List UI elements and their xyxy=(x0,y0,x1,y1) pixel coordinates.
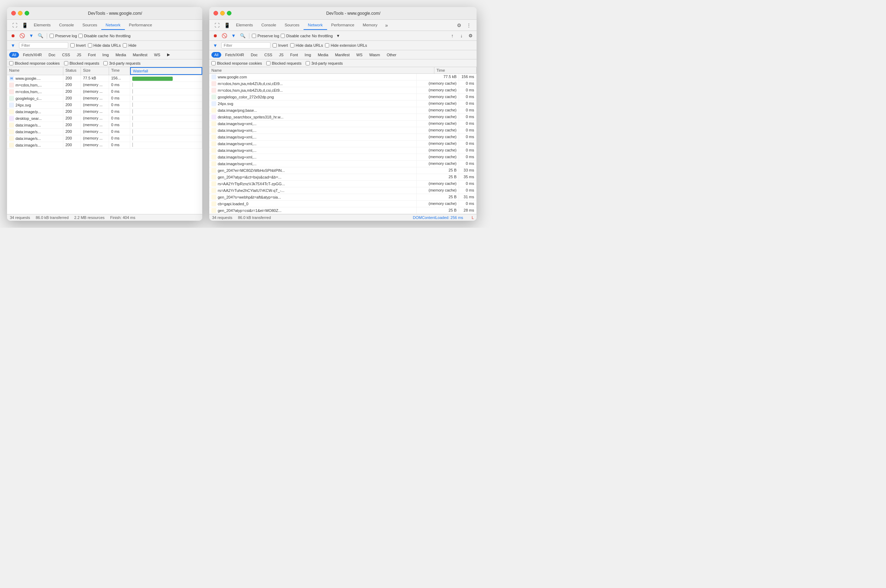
blocked-requests-checkbox1[interactable] xyxy=(64,61,68,65)
type-doc2[interactable]: Doc xyxy=(248,52,261,58)
invert-label2[interactable]: Invert xyxy=(272,43,288,48)
filter-input1[interactable] xyxy=(19,42,68,48)
preserve-log-label2[interactable]: Preserve log xyxy=(252,34,279,38)
third-party-checkbox1[interactable] xyxy=(104,61,108,65)
table-row[interactable]: rs=AA2YrTuhe2hCYlaIU7rKCW-qT_-... (memor… xyxy=(209,188,477,194)
hide-data-urls-label1[interactable]: Hide data URLs xyxy=(88,43,121,48)
type-css2[interactable]: CSS xyxy=(262,52,275,58)
table-row[interactable]: data:image/s... 200 (memory ... 0 ms xyxy=(7,122,202,129)
tab-network1[interactable]: Network xyxy=(101,21,125,30)
type-manifest2[interactable]: Manifest xyxy=(332,52,352,58)
filter-btn1[interactable]: ▼ xyxy=(9,42,17,49)
tab-elements2[interactable]: Elements xyxy=(232,21,257,30)
table-row[interactable]: data:image/svg+xml,... (memory cache) 0 … xyxy=(209,134,477,141)
table-row[interactable]: data:image/svg+xml,... (memory cache) 0 … xyxy=(209,120,477,127)
table-row[interactable]: m=cdos,hsm,jsa,mb4ZUb,d,csi,cEt9... (mem… xyxy=(209,87,477,94)
cursor-icon[interactable]: ⛶ xyxy=(10,20,20,30)
table-row[interactable]: www.google.com 77.5 kB 156 ms xyxy=(209,74,477,81)
table-row[interactable]: gen_204?s=webhp&t=aft&atyp=sia... 25 B 3… xyxy=(209,194,477,201)
tab-console2[interactable]: Console xyxy=(257,21,280,30)
throttle-dropdown-icon[interactable]: ▾ xyxy=(334,32,342,40)
table-row[interactable]: desktop_sear... 200 (memory ... 0 ms xyxy=(7,115,202,122)
type-js1[interactable]: JS xyxy=(74,52,84,58)
tab-network2[interactable]: Network xyxy=(304,21,327,30)
invert-label1[interactable]: Invert xyxy=(70,43,86,48)
type-all2[interactable]: All xyxy=(211,52,221,58)
table-row[interactable]: m=cdos,hsm,jsa,mb4ZUb,d,csi,cEt9... (mem… xyxy=(209,81,477,87)
filter-icon1[interactable]: ▼ xyxy=(27,32,35,40)
filter-btn2[interactable]: ▼ xyxy=(211,42,219,49)
tab-memory2[interactable]: Memory xyxy=(358,21,382,30)
type-doc1[interactable]: Doc xyxy=(46,52,59,58)
blocked-cookies-checkbox2[interactable] xyxy=(211,61,216,65)
hide-data-urls-label2[interactable]: Hide data URLs xyxy=(290,43,323,48)
type-fetch-xhr1[interactable]: Fetch/XHR xyxy=(20,52,45,58)
type-img1[interactable]: Img xyxy=(99,52,111,58)
table-row[interactable]: gen_204?atyp=i&ct=bxjs&cad=&b=... 25 B 3… xyxy=(209,174,477,181)
close-button1[interactable] xyxy=(11,11,16,15)
table-row[interactable]: desktop_searchbox_sprites318_hr.w... (me… xyxy=(209,114,477,120)
type-font1[interactable]: Font xyxy=(85,52,98,58)
type-css1[interactable]: CSS xyxy=(59,52,73,58)
invert-checkbox2[interactable] xyxy=(272,43,277,48)
maximize-button1[interactable] xyxy=(25,11,29,15)
blocked-cookies-checkbox1[interactable] xyxy=(9,61,14,65)
disable-cache-label2[interactable]: Disable cache xyxy=(281,34,311,38)
record-button1[interactable]: ⏺ xyxy=(9,32,17,40)
disable-cache-checkbox1[interactable] xyxy=(78,34,83,38)
hide-ext-label1[interactable]: Hide xyxy=(123,43,137,48)
type-js2[interactable]: JS xyxy=(276,52,286,58)
table-row[interactable]: googlelogo_color_272x92dp.png (memory ca… xyxy=(209,94,477,100)
blocked-requests-label1[interactable]: Blocked requests xyxy=(64,61,99,65)
table-row[interactable]: data:image/svg+xml,... (memory cache) 0 … xyxy=(209,160,477,167)
tab-sources1[interactable]: Sources xyxy=(78,21,101,30)
table-row[interactable]: googlelogo_c... 200 (memory ... 0 ms xyxy=(7,95,202,102)
close-button2[interactable] xyxy=(214,11,218,15)
hide-data-urls-checkbox1[interactable] xyxy=(88,43,92,48)
tab-performance2[interactable]: Performance xyxy=(327,21,359,30)
table-row[interactable]: data:image/svg+xml,... (memory cache) 0 … xyxy=(209,154,477,160)
clear-button1[interactable]: 🚫 xyxy=(18,32,26,40)
upload-icon[interactable]: ↑ xyxy=(448,32,456,40)
table-row[interactable]: cb=gapi.loaded_0 (memory cache) 0 ms xyxy=(209,201,477,207)
device-icon[interactable]: 📱 xyxy=(20,20,30,30)
search-icon1[interactable]: 🔍 xyxy=(36,32,44,40)
more-tabs-icon[interactable]: » xyxy=(382,20,391,30)
type-manifest1[interactable]: Manifest xyxy=(130,52,150,58)
table-row[interactable]: data:image/svg+xml,... (memory cache) 0 … xyxy=(209,127,477,134)
table-row[interactable]: rs=AA2YrTtpRznzVJk75X4TcT-zpGG... (memor… xyxy=(209,181,477,188)
hide-ext-checkbox2[interactable] xyxy=(325,43,329,48)
filter-icon2[interactable]: ▼ xyxy=(230,32,238,40)
filter-input2[interactable] xyxy=(221,42,271,48)
table-row[interactable]: data:image/svg+xml,... (memory cache) 0 … xyxy=(209,141,477,147)
type-ws2[interactable]: WS xyxy=(353,52,366,58)
throttle-select1[interactable]: No throttling xyxy=(110,34,131,38)
table-row[interactable]: data:image/s... 200 (memory ... 0 ms xyxy=(7,129,202,135)
preserve-log-label1[interactable]: Preserve log xyxy=(50,34,77,38)
type-more1[interactable]: ▶ xyxy=(164,52,173,58)
type-media2[interactable]: Media xyxy=(315,52,331,58)
table-row[interactable]: H www.google.... 200 77.5 kB 156... xyxy=(7,75,202,82)
blocked-cookies-label1[interactable]: Blocked response cookies xyxy=(9,61,60,65)
maximize-button2[interactable] xyxy=(227,11,232,15)
table-row[interactable]: data:image/png;base... (memory cache) 0 … xyxy=(209,107,477,114)
table-row[interactable]: gen_204?atyp=csi&r=1&ei=MO80Z... 25 B 28… xyxy=(209,207,477,214)
table-row[interactable]: 24px.svg 200 (memory ... 0 ms xyxy=(7,102,202,109)
hide-ext-label2[interactable]: Hide extension URLs xyxy=(325,43,367,48)
third-party-label1[interactable]: 3rd-party requests xyxy=(104,61,140,65)
type-fetch-xhr2[interactable]: Fetch/XHR xyxy=(222,52,247,58)
hide-data-urls-checkbox2[interactable] xyxy=(290,43,295,48)
blocked-requests-label2[interactable]: Blocked requests xyxy=(266,61,301,65)
more-options-icon[interactable]: ⋮ xyxy=(464,20,474,30)
table-row[interactable]: data:image/p... 200 (memory ... 0 ms xyxy=(7,109,202,115)
type-wasm2[interactable]: Wasm xyxy=(367,52,383,58)
download-icon[interactable]: ↓ xyxy=(457,32,465,40)
table-row[interactable]: 24px.svg (memory cache) 0 ms xyxy=(209,100,477,107)
minimize-button1[interactable] xyxy=(18,11,23,15)
type-other2[interactable]: Other xyxy=(384,52,399,58)
record-button2[interactable]: ⏺ xyxy=(211,32,219,40)
type-all1[interactable]: All xyxy=(9,52,19,58)
clear-button2[interactable]: 🚫 xyxy=(221,32,228,40)
table-row[interactable]: m=cdos,hsm,... 200 (memory ... 0 ms xyxy=(7,88,202,95)
settings-icon[interactable]: ⚙ xyxy=(454,20,464,30)
